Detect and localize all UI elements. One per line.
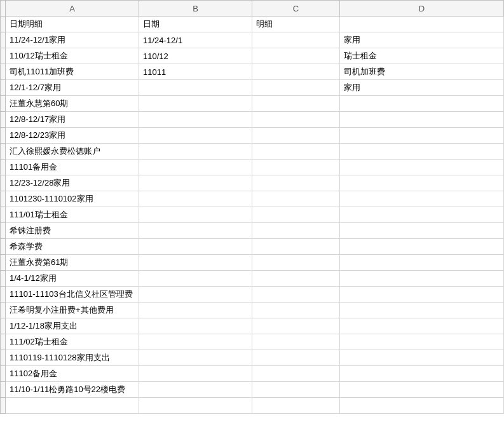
cell-d[interactable] bbox=[340, 112, 504, 128]
column-header-c[interactable]: C bbox=[252, 1, 340, 17]
cell-a[interactable]: 汪董永慧第60期 bbox=[6, 96, 139, 112]
cell-c[interactable] bbox=[252, 271, 340, 287]
cell-d[interactable] bbox=[340, 303, 504, 318]
cell-b[interactable] bbox=[139, 271, 252, 287]
cell-c[interactable] bbox=[252, 382, 340, 398]
row-header[interactable] bbox=[1, 191, 6, 207]
cell-d[interactable] bbox=[340, 398, 504, 414]
column-header-d[interactable]: D bbox=[340, 1, 504, 17]
cell-b[interactable] bbox=[139, 160, 252, 175]
cell-b[interactable] bbox=[139, 350, 252, 366]
cell-d[interactable]: 司机加班费 bbox=[340, 64, 504, 80]
cell-d[interactable] bbox=[340, 334, 504, 350]
cell-d[interactable] bbox=[340, 160, 504, 175]
cell-a[interactable]: 11/24-12/1家用 bbox=[6, 32, 139, 48]
row-header[interactable] bbox=[1, 17, 6, 32]
row-header[interactable] bbox=[1, 318, 6, 334]
cell-b[interactable]: 11011 bbox=[139, 64, 252, 80]
cell-c[interactable] bbox=[252, 128, 340, 144]
cell-c[interactable] bbox=[252, 191, 340, 207]
cell-a[interactable]: 11102备用金 bbox=[6, 366, 139, 382]
cell-b[interactable] bbox=[139, 366, 252, 382]
cell-c[interactable] bbox=[252, 160, 340, 175]
cell-b[interactable] bbox=[139, 318, 252, 334]
cell-d[interactable] bbox=[340, 255, 504, 271]
row-header[interactable] bbox=[1, 334, 6, 350]
cell-b[interactable] bbox=[139, 96, 252, 112]
cell-d[interactable] bbox=[340, 318, 504, 334]
cell-a[interactable]: 1110119-1110128家用支出 bbox=[6, 350, 139, 366]
row-header[interactable] bbox=[1, 366, 6, 382]
column-header-a[interactable]: A bbox=[6, 1, 139, 17]
cell-b[interactable] bbox=[139, 80, 252, 96]
cell-a[interactable]: 111/02瑞士租金 bbox=[6, 334, 139, 350]
cell-b[interactable] bbox=[139, 223, 252, 239]
cell-c[interactable] bbox=[252, 303, 340, 318]
row-header[interactable] bbox=[1, 128, 6, 144]
cell-a[interactable]: 汇入徐熙媛永费松德账户 bbox=[6, 144, 139, 160]
cell-c[interactable] bbox=[252, 398, 340, 414]
cell-b[interactable] bbox=[139, 303, 252, 318]
row-header[interactable] bbox=[1, 32, 6, 48]
cell-a[interactable]: 12/23-12/28家用 bbox=[6, 175, 139, 191]
row-header[interactable] bbox=[1, 382, 6, 398]
cell-d[interactable] bbox=[340, 350, 504, 366]
cell-d[interactable] bbox=[340, 223, 504, 239]
cell-a[interactable]: 11/10-1/11松勇路10号22楼电费 bbox=[6, 382, 139, 398]
cell-b[interactable] bbox=[139, 144, 252, 160]
cell-b[interactable] bbox=[139, 112, 252, 128]
cell-b[interactable] bbox=[139, 239, 252, 255]
cell-b[interactable] bbox=[139, 128, 252, 144]
row-header[interactable] bbox=[1, 303, 6, 318]
cell-b[interactable]: 11/24-12/1 bbox=[139, 32, 252, 48]
cell-b[interactable] bbox=[139, 175, 252, 191]
cell-a[interactable]: 11101-11103台北信义社区管理费 bbox=[6, 287, 139, 303]
cell-a[interactable]: 1101230-1110102家用 bbox=[6, 191, 139, 207]
cell-c[interactable] bbox=[252, 175, 340, 191]
row-header[interactable] bbox=[1, 96, 6, 112]
row-header[interactable] bbox=[1, 239, 6, 255]
row-header[interactable] bbox=[1, 350, 6, 366]
row-header[interactable] bbox=[1, 223, 6, 239]
row-header[interactable] bbox=[1, 287, 6, 303]
cell-d[interactable] bbox=[340, 17, 504, 32]
row-header[interactable] bbox=[1, 112, 6, 128]
cell-b[interactable] bbox=[139, 207, 252, 223]
cell-c[interactable] bbox=[252, 318, 340, 334]
cell-d[interactable] bbox=[340, 287, 504, 303]
row-header[interactable] bbox=[1, 144, 6, 160]
row-header[interactable] bbox=[1, 48, 6, 64]
cell-d[interactable] bbox=[340, 382, 504, 398]
cell-a[interactable]: 汪董永费第61期 bbox=[6, 255, 139, 271]
cell-b[interactable]: 日期 bbox=[139, 17, 252, 32]
cell-d[interactable] bbox=[340, 191, 504, 207]
cell-a[interactable]: 12/8-12/23家用 bbox=[6, 128, 139, 144]
cell-a[interactable]: 汪希明复小注册费+其他费用 bbox=[6, 303, 139, 318]
row-header[interactable] bbox=[1, 398, 6, 414]
cell-a[interactable]: 111/01瑞士租金 bbox=[6, 207, 139, 223]
row-header[interactable] bbox=[1, 160, 6, 175]
cell-a[interactable]: 11101备用金 bbox=[6, 160, 139, 175]
row-header[interactable] bbox=[1, 255, 6, 271]
cell-c[interactable] bbox=[252, 366, 340, 382]
cell-b[interactable] bbox=[139, 191, 252, 207]
row-header[interactable] bbox=[1, 64, 6, 80]
cell-c[interactable]: 明细 bbox=[252, 17, 340, 32]
cell-d[interactable]: 家用 bbox=[340, 80, 504, 96]
cell-b[interactable]: 110/12 bbox=[139, 48, 252, 64]
cell-a[interactable]: 希森学费 bbox=[6, 239, 139, 255]
cell-d[interactable] bbox=[340, 239, 504, 255]
cell-c[interactable] bbox=[252, 48, 340, 64]
cell-a[interactable]: 1/12-1/18家用支出 bbox=[6, 318, 139, 334]
row-header[interactable] bbox=[1, 207, 6, 223]
cell-d[interactable] bbox=[340, 128, 504, 144]
row-header[interactable] bbox=[1, 80, 6, 96]
row-header[interactable] bbox=[1, 271, 6, 287]
cell-d[interactable] bbox=[340, 366, 504, 382]
cell-d[interactable] bbox=[340, 96, 504, 112]
corner-cell[interactable] bbox=[1, 1, 6, 17]
row-header[interactable] bbox=[1, 175, 6, 191]
cell-b[interactable] bbox=[139, 398, 252, 414]
cell-d[interactable] bbox=[340, 271, 504, 287]
cell-c[interactable] bbox=[252, 96, 340, 112]
